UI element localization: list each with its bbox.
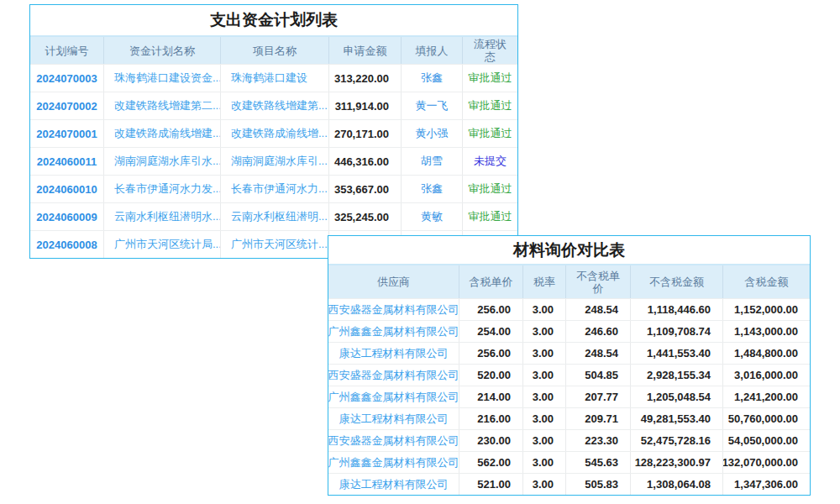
cell-plan-no[interactable]: 2024060008: [30, 231, 104, 258]
cell-no-tax-unit-price: 545.63: [566, 452, 631, 473]
material-inquiry-table: 材料询价对比表 供应商含税单价税率不含税单价不含税金额含税金额 西安盛器金属材料…: [328, 235, 811, 496]
cell-supplier[interactable]: 康达工程材料有限公司: [328, 408, 459, 429]
cell-tax-amount: 1,143,000.00: [723, 321, 810, 342]
header-project-name: 项目名称: [221, 37, 329, 64]
cell-tax-rate: 3.00: [523, 299, 566, 320]
cell-reporter[interactable]: 黄一飞: [402, 92, 463, 119]
cell-project-name[interactable]: 珠海鹤港口建设: [221, 65, 329, 92]
cell-tax-unit-price: 256.00: [459, 299, 523, 320]
cell-tax-rate: 3.00: [523, 365, 566, 386]
cell-project-name[interactable]: 广州市天河区统计...: [221, 231, 329, 258]
cell-no-tax-amount: 1,441,553.40: [631, 343, 723, 364]
cell-reporter[interactable]: 张鑫: [402, 176, 463, 202]
cell-project-name[interactable]: 长春市伊通河水力...: [221, 176, 329, 202]
cell-tax-amount: 1,347,306.00: [723, 474, 810, 495]
table-row: 广州鑫鑫金属材料有限公司214.003.00207.771,205,048.54…: [328, 386, 810, 407]
cell-no-tax-amount: 1,118,446.60: [631, 299, 723, 320]
cell-tax-unit-price: 520.00: [459, 365, 523, 386]
cell-supplier[interactable]: 广州鑫鑫金属材料有限公司: [328, 321, 459, 342]
cell-reporter[interactable]: 胡雪: [402, 148, 463, 175]
cell-status: 未提交: [463, 148, 517, 175]
cell-amount: 311,914.00: [329, 92, 402, 119]
cell-no-tax-amount: 2,928,155.34: [631, 365, 723, 386]
cell-reporter[interactable]: 黄小强: [402, 120, 463, 147]
cell-plan-no[interactable]: 2024070003: [30, 65, 104, 92]
header-tax-unit-price: 含税单价: [459, 265, 523, 298]
cell-supplier[interactable]: 康达工程材料有限公司: [328, 474, 459, 495]
cell-plan-no[interactable]: 2024060010: [30, 176, 104, 202]
cell-no-tax-amount: 1,109,708.74: [631, 321, 723, 342]
cell-supplier[interactable]: 西安盛器金属材料有限公司: [328, 365, 459, 386]
inquiry-table-title: 材料询价对比表: [328, 236, 810, 265]
cell-supplier[interactable]: 康达工程材料有限公司: [328, 343, 459, 364]
table-row: 西安盛器金属材料有限公司230.003.00223.3052,475,728.1…: [328, 429, 810, 451]
cell-supplier[interactable]: 西安盛器金属材料有限公司: [328, 299, 459, 320]
cell-fund-plan-name[interactable]: 湖南洞庭湖水库引水...: [104, 148, 221, 175]
table-row: 康达工程材料有限公司216.003.00209.7149,281,553.405…: [328, 407, 810, 429]
cell-no-tax-unit-price: 248.54: [566, 343, 631, 364]
table-row: 2024060010长春市伊通河水力发...长春市伊通河水力...353,667…: [30, 175, 517, 202]
header-supplier: 供应商: [328, 265, 459, 298]
cell-status: 审批通过: [463, 203, 517, 230]
cell-tax-rate: 3.00: [523, 430, 566, 451]
page: 支出资金计划列表 计划编号资金计划名称项目名称申请金额填报人流程状态 20240…: [0, 0, 840, 504]
table-row: 康达工程材料有限公司256.003.00248.541,441,553.401,…: [328, 342, 810, 364]
cell-amount: 325,245.00: [329, 203, 402, 230]
cell-tax-rate: 3.00: [523, 386, 566, 407]
cell-tax-amount: 54,050,000.00: [723, 430, 810, 451]
cell-fund-plan-name[interactable]: 云南水利枢纽潜明水...: [104, 203, 221, 230]
table-row: 康达工程材料有限公司521.003.00505.831,308,064.081,…: [328, 473, 810, 495]
table-row: 西安盛器金属材料有限公司520.003.00504.852,928,155.34…: [328, 364, 810, 386]
cell-tax-rate: 3.00: [523, 452, 566, 473]
cell-tax-amount: 1,484,800.00: [723, 343, 810, 364]
cell-supplier[interactable]: 广州鑫鑫金属材料有限公司: [328, 452, 459, 473]
cell-supplier[interactable]: 西安盛器金属材料有限公司: [328, 430, 459, 451]
cell-tax-amount: 3,016,000.00: [723, 365, 810, 386]
cell-project-name[interactable]: 改建铁路成渝线增...: [221, 120, 329, 147]
cell-project-name[interactable]: 云南水利枢纽潜明...: [221, 203, 329, 230]
cell-project-name[interactable]: 改建铁路线增建第...: [221, 92, 329, 119]
cell-reporter[interactable]: 张鑫: [402, 65, 463, 92]
header-no-tax-amount: 不含税金额: [631, 265, 723, 298]
cell-plan-no[interactable]: 2024070001: [30, 120, 104, 147]
inquiry-table-body: 西安盛器金属材料有限公司256.003.00248.541,118,446.60…: [328, 298, 810, 495]
table-row: 广州鑫鑫金属材料有限公司254.003.00246.601,109,708.74…: [328, 320, 810, 342]
cell-tax-amount: 50,760,000.00: [723, 408, 810, 429]
cell-no-tax-unit-price: 207.77: [566, 386, 631, 407]
plan-table-header-row: 计划编号资金计划名称项目名称申请金额填报人流程状态: [30, 37, 517, 64]
cell-amount: 446,316.00: [329, 148, 402, 175]
cell-fund-plan-name[interactable]: 改建铁路线增建第二...: [104, 92, 221, 119]
cell-plan-no[interactable]: 2024060011: [30, 148, 104, 175]
cell-no-tax-amount: 128,223,300.97: [631, 452, 723, 473]
cell-plan-no[interactable]: 2024060009: [30, 203, 104, 230]
cell-fund-plan-name[interactable]: 改建铁路成渝线增建...: [104, 120, 221, 147]
cell-status: 审批通过: [463, 92, 517, 119]
cell-tax-rate: 3.00: [523, 474, 566, 495]
table-row: 2024070001改建铁路成渝线增建...改建铁路成渝线增...270,171…: [30, 119, 517, 147]
cell-fund-plan-name[interactable]: 广州市天河区统计局...: [104, 231, 221, 258]
cell-no-tax-unit-price: 246.60: [566, 321, 631, 342]
cell-status: 审批通过: [463, 120, 517, 147]
cell-fund-plan-name[interactable]: 珠海鹤港口建设资金...: [104, 65, 221, 92]
cell-tax-unit-price: 562.00: [459, 452, 523, 473]
cell-amount: 353,667.00: [329, 176, 402, 202]
cell-no-tax-amount: 49,281,553.40: [631, 408, 723, 429]
cell-project-name[interactable]: 湖南洞庭湖水库引...: [221, 148, 329, 175]
cell-tax-amount: 1,241,200.00: [723, 386, 810, 407]
cell-status: 审批通过: [463, 176, 517, 202]
header-reporter: 填报人: [402, 37, 463, 64]
cell-plan-no[interactable]: 2024070002: [30, 92, 104, 119]
cell-supplier[interactable]: 广州鑫鑫金属材料有限公司: [328, 386, 459, 407]
header-tax-rate: 税率: [523, 265, 566, 298]
cell-amount: 313,220.00: [329, 65, 402, 92]
cell-fund-plan-name[interactable]: 长春市伊通河水力发...: [104, 176, 221, 202]
table-row: 2024060011湖南洞庭湖水库引水...湖南洞庭湖水库引...446,316…: [30, 147, 517, 175]
cell-reporter[interactable]: 黄敏: [402, 203, 463, 230]
cell-tax-unit-price: 254.00: [459, 321, 523, 342]
cell-no-tax-unit-price: 223.30: [566, 430, 631, 451]
cell-tax-unit-price: 256.00: [459, 343, 523, 364]
table-row: 广州鑫鑫金属材料有限公司562.003.00545.63128,223,300.…: [328, 451, 810, 473]
cell-tax-amount: 132,070,000.00: [723, 452, 810, 473]
header-status: 流程状态: [463, 37, 517, 64]
cell-tax-unit-price: 230.00: [459, 430, 523, 451]
